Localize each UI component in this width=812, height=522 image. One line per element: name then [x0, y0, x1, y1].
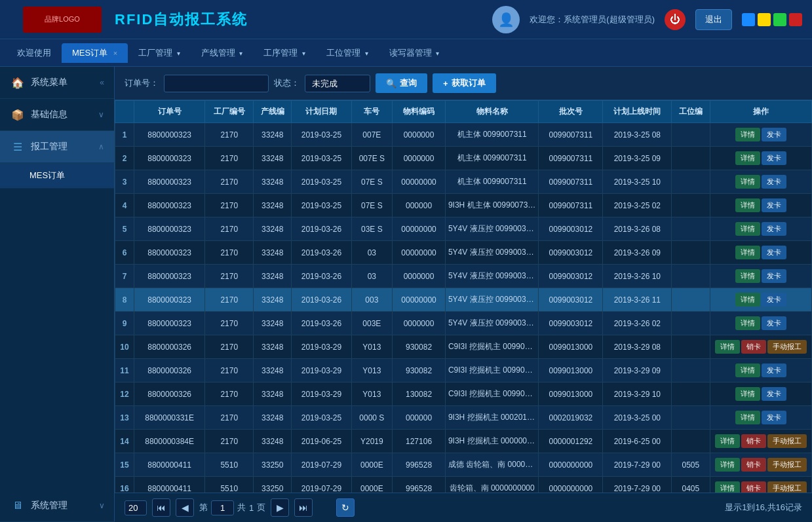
action-详情-button[interactable]: 详情 — [735, 364, 760, 377]
status-select[interactable]: 未完成 全部 已完成 进行中 — [305, 75, 370, 92]
line-num: 33248 — [254, 170, 292, 194]
plan-date: 2019-03-25 — [292, 170, 351, 194]
sidebar-item-sys[interactable]: 🖥 系统管理 ∨ — [0, 490, 115, 522]
tab-station[interactable]: 工位管理 ▾ — [316, 43, 379, 63]
action-发卡-button[interactable]: 发卡 — [762, 364, 786, 377]
order-num: 8800000331E — [134, 406, 204, 430]
action-销卡-button[interactable]: 销卡 — [741, 458, 766, 472]
basic-icon: 📦 — [10, 107, 26, 122]
tab-process[interactable]: 工序管理 ▾ — [253, 43, 316, 63]
plan-time: 2019-3-26 08 — [603, 217, 672, 241]
sys-icon: 🖥 — [10, 498, 26, 513]
order-num: 8800000323 — [134, 288, 204, 312]
action-手动报工-button[interactable]: 手动报工 — [767, 434, 807, 448]
search-button[interactable]: 🔍 查询 — [376, 73, 427, 93]
order-num: 8800000326 — [134, 359, 204, 382]
action-详情-button[interactable]: 详情 — [715, 434, 740, 448]
action-详情-button[interactable]: 详情 — [735, 387, 760, 401]
action-销卡-button[interactable]: 销卡 — [741, 434, 766, 448]
logout-button[interactable]: 退出 — [695, 9, 732, 30]
last-page-button[interactable]: ⏭ — [294, 498, 313, 517]
factory-num: 2170 — [205, 241, 254, 265]
order-num: 8800000326 — [134, 335, 204, 359]
plan-date: 2019-03-26 — [292, 288, 351, 312]
action-销卡-button[interactable]: 销卡 — [741, 481, 766, 493]
sidebar-item-basic[interactable]: 📦 基础信息 ∨ — [0, 99, 114, 131]
action-详情-button[interactable]: 详情 — [735, 128, 760, 141]
tab-factory[interactable]: 工厂管理 ▾ — [128, 43, 191, 63]
action-发卡-button[interactable]: 发卡 — [762, 316, 786, 330]
action-手动报工-button[interactable]: 手动报工 — [767, 481, 807, 493]
action-cell: 详情销卡手动报工 — [710, 477, 812, 493]
plan-date: 2019-07-29 — [292, 477, 351, 493]
plan-date: 2019-03-26 — [292, 265, 351, 288]
car-num: 0000E — [351, 453, 393, 477]
material-name: 5Y4V 液压控 0099003012 — [445, 265, 538, 288]
action-详情-button[interactable]: 详情 — [735, 246, 760, 259]
action-发卡-button[interactable]: 发卡 — [762, 151, 786, 165]
refresh-button[interactable]: ↻ — [336, 498, 355, 517]
action-发卡-button[interactable]: 发卡 — [762, 411, 786, 424]
action-详情-button[interactable]: 详情 — [735, 316, 760, 330]
sidebar-item-report[interactable]: ☰ 报工管理 ∧ — [0, 131, 114, 163]
power-button[interactable]: ⏻ — [665, 9, 686, 30]
action-详情-button[interactable]: 详情 — [735, 198, 760, 212]
batch-num: 0099003012 — [539, 217, 603, 241]
action-详情-button[interactable]: 详情 — [735, 222, 760, 236]
first-page-button[interactable]: ⏮ — [152, 498, 170, 517]
action-详情-button[interactable]: 详情 — [735, 269, 760, 283]
page-input[interactable] — [211, 500, 234, 515]
action-详情-button[interactable]: 详情 — [715, 458, 740, 472]
action-销卡-button[interactable]: 销卡 — [741, 340, 766, 354]
tab-close-icon[interactable]: × — [113, 49, 117, 57]
page-size-select[interactable]: 20 50 100 — [125, 500, 147, 515]
pagination: 20 50 100 ⏮ ◀ 第 共 1 页 ▶ ⏭ ↻ 显示1到16,共16记录 — [115, 493, 812, 522]
action-cell: 详情发卡 — [710, 241, 812, 265]
material-code: 130082 — [393, 382, 446, 406]
factory-num: 2170 — [205, 170, 254, 194]
car-num: 0000 S — [351, 406, 393, 430]
tab-arrow-icon: ▾ — [436, 50, 439, 57]
batch-num: 0099007311 — [539, 170, 603, 194]
tab-reader[interactable]: 读写器管理 ▾ — [379, 43, 450, 63]
plan-time: 2019-3-25 02 — [603, 194, 672, 217]
prev-page-button[interactable]: ◀ — [176, 498, 194, 517]
sidebar-item-mes-order[interactable]: MES订单 — [0, 163, 114, 189]
car-num: Y013 — [351, 335, 393, 359]
action-发卡-button[interactable]: 发卡 — [762, 293, 786, 307]
action-发卡-button[interactable]: 发卡 — [762, 387, 786, 401]
line-num: 33248 — [254, 194, 292, 217]
action-详情-button[interactable]: 详情 — [735, 151, 760, 165]
action-详情-button[interactable]: 详情 — [735, 293, 760, 307]
plan-date: 2019-07-29 — [292, 453, 351, 477]
toolbar: 订单号： 状态： 未完成 全部 已完成 进行中 🔍 查询 + 获取订单 — [115, 67, 812, 100]
next-page-button[interactable]: ▶ — [271, 498, 289, 517]
table-row: 2 8800000323 2170 33248 2019-03-25 007E … — [115, 147, 812, 170]
action-手动报工-button[interactable]: 手动报工 — [767, 340, 807, 354]
sidebar-item-home[interactable]: 🏠 系统菜单 « — [0, 67, 114, 99]
material-name: 机主体 0099007311 — [445, 123, 538, 147]
material-code: 0000000 — [393, 147, 446, 170]
action-手动报工-button[interactable]: 手动报工 — [767, 458, 807, 472]
order-input[interactable] — [164, 75, 269, 92]
plan-date: 2019-03-25 — [292, 406, 351, 430]
action-详情-button[interactable]: 详情 — [735, 411, 760, 424]
get-order-button[interactable]: + 获取订单 — [433, 73, 496, 93]
tab-mes-order[interactable]: MES订单 × — [62, 43, 128, 63]
line-num: 33248 — [254, 123, 292, 147]
action-详情-button[interactable]: 详情 — [715, 481, 740, 493]
action-发卡-button[interactable]: 发卡 — [762, 222, 786, 236]
action-详情-button[interactable]: 详情 — [735, 175, 760, 189]
action-cell: 详情发卡 — [710, 170, 812, 194]
action-发卡-button[interactable]: 发卡 — [762, 198, 786, 212]
action-详情-button[interactable]: 详情 — [715, 340, 740, 354]
tab-welcome[interactable]: 欢迎使用 — [7, 43, 62, 63]
factory-num: 2170 — [205, 123, 254, 147]
action-发卡-button[interactable]: 发卡 — [762, 175, 786, 189]
order-num: 8800000384E — [134, 430, 204, 453]
action-发卡-button[interactable]: 发卡 — [762, 246, 786, 259]
plan-date: 2019-06-25 — [292, 430, 351, 453]
action-发卡-button[interactable]: 发卡 — [762, 269, 786, 283]
tab-product-line[interactable]: 产线管理 ▾ — [191, 43, 254, 63]
action-发卡-button[interactable]: 发卡 — [762, 128, 786, 141]
